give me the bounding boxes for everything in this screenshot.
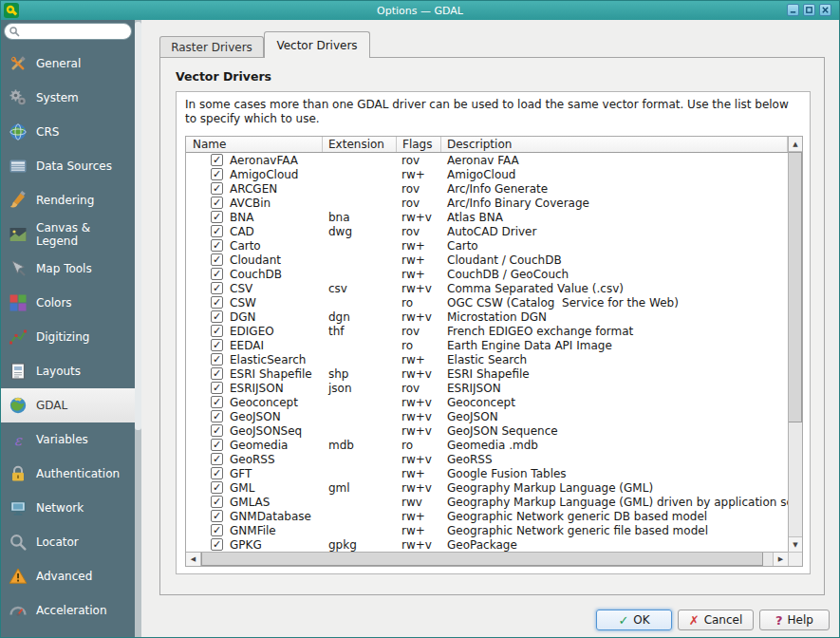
sidebar-item-crs[interactable]: CRS [1, 115, 135, 149]
row-checkbox[interactable]: ✓ [211, 396, 223, 408]
sidebar-item-layouts[interactable]: Layouts [1, 354, 135, 388]
table-row[interactable]: ✓ GPKG gpkg rw+v GeoPackage [186, 537, 788, 552]
table-row[interactable]: ✓ CAD dwg rov AutoCAD Driver [186, 224, 788, 238]
row-checkbox[interactable]: ✓ [211, 282, 223, 294]
row-checkbox[interactable]: ✓ [211, 168, 223, 180]
sidebar-item-advanced[interactable]: Advanced [1, 559, 135, 593]
table-row[interactable]: ✓ GNMFile rw+ Geographic Network generic… [186, 523, 788, 537]
row-checkbox[interactable]: ✓ [211, 467, 223, 479]
row-checkbox[interactable]: ✓ [211, 239, 223, 252]
row-checkbox[interactable]: ✓ [211, 253, 223, 266]
horizontal-scrollbar-thumb[interactable] [201, 553, 763, 566]
table-row[interactable]: ✓ Cloudant rw+ Cloudant / CouchDB [186, 253, 788, 267]
table-row[interactable]: ✓ GeoRSS rw+v GeoRSS [186, 452, 788, 466]
sidebar-item-colors[interactable]: Colors [1, 286, 135, 320]
column-header-description[interactable]: Description [441, 137, 788, 152]
table-row[interactable]: ✓ GML gml rw+v Geography Markup Language… [186, 480, 788, 495]
table-row[interactable]: ✓ GFT rw+ Google Fusion Tables [186, 466, 788, 480]
table-row[interactable]: ✓ GeoJSONSeq rw+v GeoJSON Sequence [186, 423, 788, 438]
table-row[interactable]: ✓ CSW ro OGC CSW (Catalog Service for th… [186, 295, 788, 310]
vertical-scrollbar-thumb[interactable] [789, 152, 802, 422]
table-row[interactable]: ✓ Carto rw+ Carto [186, 238, 788, 253]
ok-button[interactable]: ✓ OK [596, 610, 672, 630]
driver-name: GFT [230, 467, 252, 480]
row-checkbox[interactable]: ✓ [211, 268, 223, 280]
row-checkbox[interactable]: ✓ [211, 453, 223, 465]
table-row[interactable]: ✓ GMLAS rwv Geography Markup Language (G… [186, 495, 788, 509]
driver-flags: rw+v [397, 396, 441, 409]
cancel-button[interactable]: ✗ Cancel [678, 610, 754, 630]
row-checkbox[interactable]: ✓ [211, 524, 223, 536]
row-checkbox[interactable]: ✓ [211, 367, 223, 380]
table-row[interactable]: ✓ ESRIJSON json rov ESRIJSON [186, 381, 788, 395]
row-checkbox[interactable]: ✓ [211, 496, 223, 508]
row-checkbox[interactable]: ✓ [211, 510, 223, 522]
table-row[interactable]: ✓ CouchDB rw+ CouchDB / GeoCouch [186, 267, 788, 281]
sidebar-item-acceleration[interactable]: Acceleration [1, 593, 135, 628]
driver-description: Geography Markup Language (GML) [441, 481, 788, 495]
row-checkbox[interactable]: ✓ [211, 154, 223, 166]
row-checkbox[interactable]: ✓ [211, 424, 223, 437]
row-checkbox[interactable]: ✓ [211, 439, 223, 451]
row-checkbox[interactable]: ✓ [211, 339, 223, 351]
table-row[interactable]: ✓ EEDAI ro Earth Engine Data API Image [186, 338, 788, 352]
sidebar-search-input[interactable] [4, 23, 132, 40]
table-row[interactable]: ✓ GeoJSON rw+v GeoJSON [186, 409, 788, 423]
sidebar-item-general[interactable]: General [1, 47, 135, 81]
sidebar-item-digitizing[interactable]: Digitizing [1, 320, 135, 354]
row-checkbox[interactable]: ✓ [211, 353, 223, 366]
maximize-button[interactable] [803, 4, 815, 16]
tab-vector-drivers[interactable]: Vector Drivers [264, 31, 370, 58]
scrollbar-corner [788, 552, 802, 566]
help-button[interactable]: ? Help [759, 610, 830, 630]
table-row[interactable]: ✓ ESRI Shapefile shp rw+v ESRI Shapefile [186, 366, 788, 381]
column-header-name[interactable]: Name [186, 137, 323, 152]
tab-raster-drivers[interactable]: Raster Drivers [159, 36, 264, 57]
table-row[interactable]: ✓ GNMDatabase rw+ Geographic Network gen… [186, 509, 788, 523]
row-checkbox[interactable]: ✓ [211, 211, 223, 223]
column-header-extension[interactable]: Extension [323, 137, 397, 152]
column-header-flags[interactable]: Flags [397, 137, 441, 152]
scroll-right-icon[interactable]: ▶ [773, 553, 788, 566]
table-row[interactable]: ✓ Geoconcept rw+v Geoconcept [186, 395, 788, 409]
sidebar-item-network[interactable]: Network [1, 491, 135, 525]
horizontal-scrollbar[interactable]: ◀ ▶ [186, 552, 788, 566]
table-row[interactable]: ✓ DGN dgn rw+v Microstation DGN [186, 310, 788, 324]
table-row[interactable]: ✓ AeronavFAA rov Aeronav FAA [186, 153, 788, 167]
scroll-left-icon[interactable]: ◀ [186, 553, 201, 566]
row-checkbox[interactable]: ✓ [211, 182, 223, 195]
table-row[interactable]: ✓ AVCBin rov Arc/Info Binary Coverage [186, 196, 788, 210]
sidebar-item-data-sources[interactable]: Data Sources [1, 149, 135, 183]
sidebar-item-locator[interactable]: Locator [1, 525, 135, 559]
sidebar-item-map-tools[interactable]: Map Tools [1, 252, 135, 286]
table-row[interactable]: ✓ CSV csv rw+v Comma Separated Value (.c… [186, 281, 788, 295]
row-checkbox[interactable]: ✓ [211, 538, 223, 551]
sidebar-item-system[interactable]: System [1, 81, 135, 115]
row-checkbox[interactable]: ✓ [211, 310, 223, 323]
scroll-up-icon[interactable]: ▲ [789, 137, 802, 152]
sidebar-item-authentication[interactable]: Authentication [1, 457, 135, 491]
row-checkbox[interactable]: ✓ [211, 197, 223, 209]
minimize-button[interactable] [787, 4, 799, 16]
sidebar-item-gdal[interactable]: GDAL [1, 388, 135, 422]
vertical-scrollbar[interactable]: ▲ ▼ [788, 137, 802, 552]
row-checkbox[interactable]: ✓ [211, 296, 223, 309]
row-checkbox[interactable]: ✓ [211, 382, 223, 394]
table-row[interactable]: ✓ ARCGEN rov Arc/Info Generate [186, 181, 788, 196]
row-checkbox[interactable]: ✓ [211, 481, 223, 494]
table-row[interactable]: ✓ Geomedia mdb ro Geomedia .mdb [186, 438, 788, 452]
table-row[interactable]: ✓ EDIGEO thf rov French EDIGEO exchange … [186, 324, 788, 338]
sidebar-item-canvas-legend[interactable]: Canvas & Legend [1, 217, 135, 252]
row-checkbox[interactable]: ✓ [211, 325, 223, 337]
row-checkbox[interactable]: ✓ [211, 225, 223, 237]
sidebar-scrollbar[interactable] [135, 20, 141, 637]
sidebar-item-rendering[interactable]: Rendering [1, 183, 135, 217]
table-row[interactable]: ✓ AmigoCloud rw+ AmigoCloud [186, 167, 788, 181]
table-row[interactable]: ✓ BNA bna rw+v Atlas BNA [186, 210, 788, 224]
row-checkbox[interactable]: ✓ [211, 410, 223, 422]
close-button[interactable] [819, 4, 831, 16]
sidebar-item-variables[interactable]: ε Variables [1, 422, 135, 457]
table-row[interactable]: ✓ ElasticSearch rw+ Elastic Search [186, 352, 788, 366]
sidebar-scrollbar-thumb[interactable] [135, 22, 141, 430]
scroll-down-icon[interactable]: ▼ [789, 536, 802, 552]
